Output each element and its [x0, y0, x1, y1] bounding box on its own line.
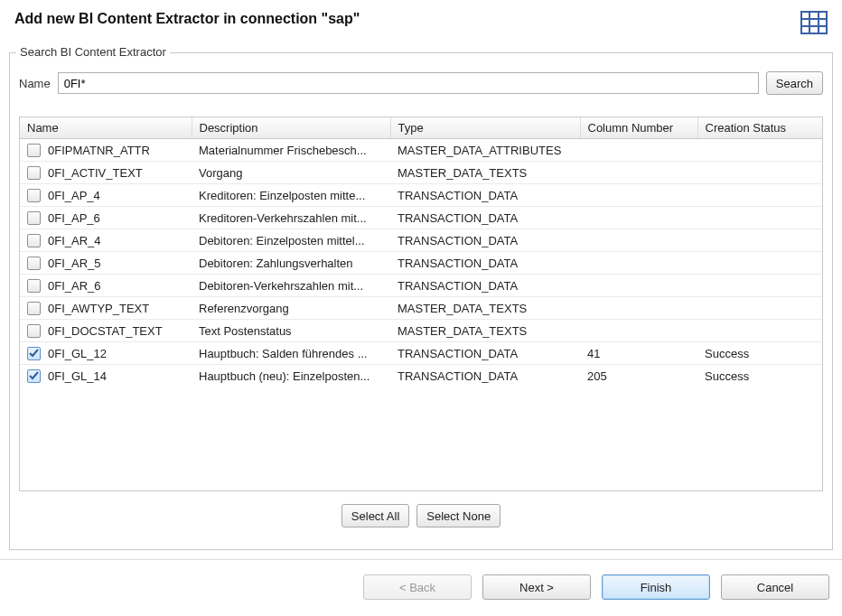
results-table-wrap: Name Description Type Column Number Crea…	[19, 117, 823, 491]
select-all-button[interactable]: Select All	[341, 504, 409, 527]
search-groupbox: Search BI Content Extractor Name Search	[9, 52, 833, 550]
row-status	[697, 320, 822, 342]
row-type: TRANSACTION_DATA	[390, 184, 580, 207]
dialog-title: Add new BI Content Extractor in connecti…	[14, 11, 360, 27]
row-status: Success	[697, 342, 822, 365]
row-name: 0FIPMATNR_ATTR	[48, 144, 150, 157]
row-desc: Hauptbuch (neu): Einzelposten...	[192, 365, 390, 387]
dialog-body: Search BI Content Extractor Name Search	[0, 52, 842, 559]
row-colnum	[580, 275, 697, 297]
row-checkbox[interactable]	[27, 234, 41, 247]
row-checkbox[interactable]	[27, 211, 41, 225]
row-checkbox[interactable]	[27, 369, 41, 383]
row-desc: Text Postenstatus	[192, 320, 390, 342]
back-button[interactable]: < Back	[363, 574, 472, 600]
row-type: TRANSACTION_DATA	[390, 252, 580, 275]
row-colnum	[580, 184, 697, 207]
table-row[interactable]: 0FI_AP_6Kreditoren-Verkehrszahlen mit...…	[20, 207, 822, 229]
col-type[interactable]: Type	[390, 117, 580, 139]
col-description[interactable]: Description	[192, 117, 390, 139]
row-desc: Vorgang	[192, 162, 390, 184]
row-status	[697, 275, 822, 297]
row-status	[697, 229, 822, 252]
table-row[interactable]: 0FI_ACTIV_TEXTVorgangMASTER_DATA_TEXTS	[20, 162, 822, 184]
row-name: 0FI_DOCSTAT_TEXT	[48, 324, 163, 338]
row-status	[697, 162, 822, 184]
row-name: 0FI_GL_14	[48, 369, 107, 383]
table-row[interactable]: 0FI_GL_14Hauptbuch (neu): Einzelposten..…	[20, 365, 822, 387]
row-type: TRANSACTION_DATA	[390, 207, 580, 229]
row-colnum	[580, 297, 697, 320]
row-desc: Materialnummer Frischebesch...	[192, 139, 390, 162]
finish-button[interactable]: Finish	[602, 574, 710, 600]
row-colnum	[580, 229, 697, 252]
row-status	[697, 207, 822, 229]
row-type: MASTER_DATA_ATTRIBUTES	[390, 139, 580, 162]
row-checkbox[interactable]	[27, 257, 41, 270]
wizard-dialog: Add new BI Content Extractor in connecti…	[0, 0, 842, 616]
row-checkbox[interactable]	[27, 166, 41, 180]
row-type: TRANSACTION_DATA	[390, 342, 580, 365]
next-button[interactable]: Next >	[482, 574, 591, 600]
search-row: Name Search	[19, 71, 823, 95]
col-column-number[interactable]: Column Number	[580, 117, 697, 139]
row-name: 0FI_GL_12	[48, 347, 107, 360]
row-colnum	[580, 320, 697, 342]
row-checkbox[interactable]	[27, 144, 41, 157]
table-row[interactable]: 0FI_AR_5Debitoren: ZahlungsverhaltenTRAN…	[20, 252, 822, 275]
select-none-button[interactable]: Select None	[416, 504, 501, 527]
row-checkbox[interactable]	[27, 302, 41, 315]
row-type: MASTER_DATA_TEXTS	[390, 297, 580, 320]
table-row[interactable]: 0FIPMATNR_ATTRMaterialnummer Frischebesc…	[20, 139, 822, 162]
group-legend: Search BI Content Extractor	[16, 45, 170, 59]
row-checkbox[interactable]	[27, 347, 41, 360]
row-desc: Referenzvorgang	[192, 297, 390, 320]
row-colnum: 41	[580, 342, 697, 365]
svg-rect-0	[801, 12, 827, 33]
table-row[interactable]: 0FI_GL_12Hauptbuch: Salden führendes ...…	[20, 342, 822, 365]
row-status	[697, 252, 822, 275]
name-input[interactable]	[58, 72, 759, 94]
row-name: 0FI_AP_6	[48, 211, 100, 225]
table-row[interactable]: 0FI_AWTYP_TEXTReferenzvorgangMASTER_DATA…	[20, 297, 822, 320]
row-name: 0FI_AR_4	[48, 234, 101, 247]
row-desc: Kreditoren: Einzelposten mitte...	[192, 184, 390, 207]
row-type: TRANSACTION_DATA	[390, 365, 580, 387]
row-desc: Debitoren-Verkehrszahlen mit...	[192, 275, 390, 297]
row-type: MASTER_DATA_TEXTS	[390, 162, 580, 184]
row-name: 0FI_AR_6	[48, 279, 101, 293]
row-status: Success	[697, 365, 822, 387]
row-desc: Debitoren: Einzelposten mittel...	[192, 229, 390, 252]
cancel-button[interactable]: Cancel	[721, 574, 829, 600]
row-desc: Hauptbuch: Salden führendes ...	[192, 342, 390, 365]
table-row[interactable]: 0FI_AR_6Debitoren-Verkehrszahlen mit...T…	[20, 275, 822, 297]
col-creation-status[interactable]: Creation Status	[697, 117, 822, 139]
row-type: TRANSACTION_DATA	[390, 229, 580, 252]
col-name[interactable]: Name	[20, 117, 192, 139]
table-empty-space	[20, 387, 822, 491]
row-name: 0FI_AWTYP_TEXT	[48, 302, 149, 315]
row-colnum	[580, 139, 697, 162]
row-colnum	[580, 252, 697, 275]
row-desc: Debitoren: Zahlungsverhalten	[192, 252, 390, 275]
row-name: 0FI_AR_5	[48, 257, 101, 270]
row-checkbox[interactable]	[27, 189, 41, 202]
row-desc: Kreditoren-Verkehrszahlen mit...	[192, 207, 390, 229]
table-header-row: Name Description Type Column Number Crea…	[20, 117, 822, 139]
search-button[interactable]: Search	[766, 71, 823, 95]
row-checkbox[interactable]	[27, 279, 41, 293]
row-status	[697, 297, 822, 320]
row-colnum: 205	[580, 365, 697, 387]
table-row[interactable]: 0FI_DOCSTAT_TEXTText PostenstatusMASTER_…	[20, 320, 822, 342]
row-type: TRANSACTION_DATA	[390, 275, 580, 297]
row-status	[697, 139, 822, 162]
results-table: Name Description Type Column Number Crea…	[20, 117, 822, 387]
row-type: MASTER_DATA_TEXTS	[390, 320, 580, 342]
row-name: 0FI_ACTIV_TEXT	[48, 166, 143, 180]
row-colnum	[580, 162, 697, 184]
table-icon	[800, 11, 828, 34]
table-row[interactable]: 0FI_AP_4Kreditoren: Einzelposten mitte..…	[20, 184, 822, 207]
table-row[interactable]: 0FI_AR_4Debitoren: Einzelposten mittel..…	[20, 229, 822, 252]
row-checkbox[interactable]	[27, 324, 41, 338]
selection-row: Select All Select None	[19, 491, 823, 535]
